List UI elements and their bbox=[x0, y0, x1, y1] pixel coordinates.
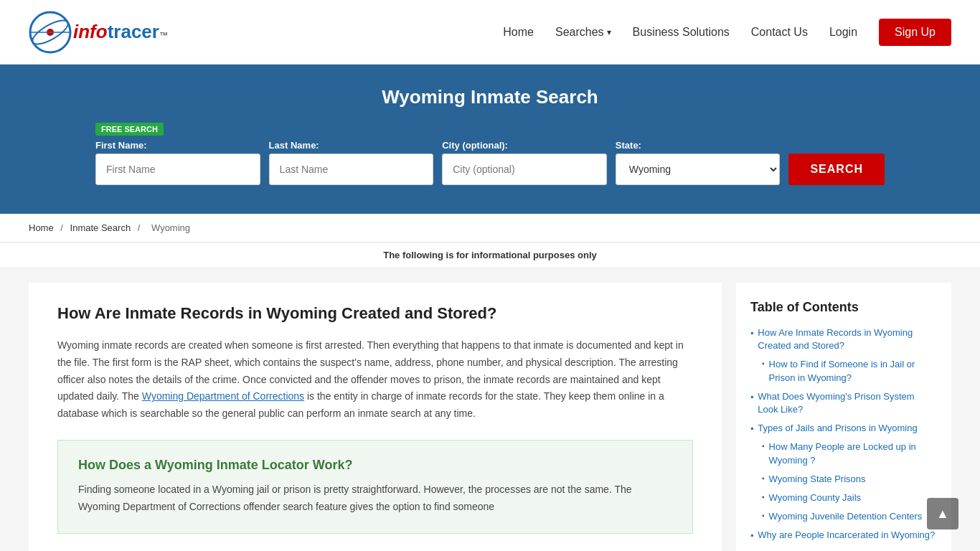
nav-home[interactable]: Home bbox=[503, 26, 534, 39]
breadcrumb-home[interactable]: Home bbox=[29, 222, 54, 233]
last-name-label: Last Name: bbox=[269, 140, 434, 151]
info-bar-text: The following is for informational purpo… bbox=[383, 250, 597, 260]
toc-sidebar: Table of Contents How Are Inmate Records… bbox=[736, 283, 951, 551]
scroll-top-icon: ▲ bbox=[936, 507, 949, 522]
city-input[interactable] bbox=[442, 154, 607, 185]
search-form: First Name: Last Name: City (optional): … bbox=[95, 140, 885, 185]
logo-tm: ™ bbox=[159, 30, 168, 40]
logo-icon bbox=[29, 11, 72, 54]
nav-login[interactable]: Login bbox=[829, 26, 857, 39]
breadcrumb-sep2: / bbox=[138, 222, 141, 233]
first-name-label: First Name: bbox=[95, 140, 260, 151]
green-box-heading: How Does a Wyoming Inmate Locator Work? bbox=[78, 458, 672, 473]
state-label: State: bbox=[616, 140, 781, 151]
logo-info-text: info bbox=[73, 21, 108, 43]
search-title: Wyoming Inmate Search bbox=[29, 86, 951, 108]
toc-link[interactable]: Why are People Incarcerated in Wyoming? bbox=[758, 529, 935, 542]
first-name-input[interactable] bbox=[95, 154, 260, 185]
toc-link[interactable]: How to Find if Someone is in Jail or Pri… bbox=[769, 358, 937, 384]
toc-item: Types of Jails and Prisons in Wyoming bbox=[750, 422, 937, 435]
breadcrumb-sep1: / bbox=[60, 222, 63, 233]
article-section: How Are Inmate Records in Wyoming Create… bbox=[29, 283, 722, 551]
toc-item: Wyoming County Jails bbox=[750, 491, 937, 504]
first-name-group: First Name: bbox=[95, 140, 260, 185]
last-name-group: Last Name: bbox=[269, 140, 434, 185]
free-search-badge: FREE SEARCH bbox=[95, 123, 164, 136]
header: info tracer ™ Home Searches Business Sol… bbox=[0, 0, 980, 65]
toc-item: How to Find if Someone is in Jail or Pri… bbox=[750, 358, 937, 384]
nav: Home Searches Business Solutions Contact… bbox=[503, 19, 951, 46]
nav-searches[interactable]: Searches bbox=[555, 26, 611, 39]
article-heading: How Are Inmate Records in Wyoming Create… bbox=[57, 304, 693, 323]
toc-link[interactable]: Wyoming County Jails bbox=[769, 491, 861, 504]
info-bar: The following is for informational purpo… bbox=[0, 242, 980, 268]
nav-business-solutions[interactable]: Business Solutions bbox=[633, 26, 730, 39]
toc-list: How Are Inmate Records in Wyoming Create… bbox=[750, 326, 937, 542]
city-label: City (optional): bbox=[442, 140, 607, 151]
toc-link[interactable]: How Are Inmate Records in Wyoming Create… bbox=[758, 326, 937, 352]
city-group: City (optional): bbox=[442, 140, 607, 185]
article-link[interactable]: Wyoming Department of Corrections bbox=[142, 390, 304, 402]
green-box-body: Finding someone located in a Wyoming jai… bbox=[78, 481, 672, 516]
article-body: Wyoming inmate records are created when … bbox=[57, 337, 693, 423]
last-name-input[interactable] bbox=[269, 154, 434, 185]
toc-item: How Are Inmate Records in Wyoming Create… bbox=[750, 326, 937, 352]
search-section: Wyoming Inmate Search FREE SEARCH First … bbox=[0, 65, 980, 214]
green-box: How Does a Wyoming Inmate Locator Work? … bbox=[57, 440, 693, 534]
toc-link[interactable]: How Many People are Locked up in Wyoming… bbox=[769, 441, 937, 466]
logo: info tracer ™ bbox=[29, 11, 168, 54]
toc-link[interactable]: Wyoming State Prisons bbox=[769, 473, 866, 486]
logo-tracer-text: tracer bbox=[108, 21, 159, 43]
toc-item: How Many People are Locked up in Wyoming… bbox=[750, 441, 937, 466]
toc-item: What Does Wyoming's Prison System Look L… bbox=[750, 390, 937, 416]
state-select[interactable]: WyomingAlabamaAlaskaArizonaArkansasCalif… bbox=[616, 154, 781, 185]
search-button[interactable]: SEARCH bbox=[788, 154, 885, 185]
nav-contact-us[interactable]: Contact Us bbox=[751, 26, 808, 39]
toc-item: Wyoming State Prisons bbox=[750, 473, 937, 486]
breadcrumb: Home / Inmate Search / Wyoming bbox=[0, 214, 980, 242]
nav-signup[interactable]: Sign Up bbox=[879, 19, 951, 46]
toc-link[interactable]: What Does Wyoming's Prison System Look L… bbox=[758, 390, 937, 416]
toc-link[interactable]: Wyoming Juvenile Detention Centers bbox=[769, 510, 923, 523]
state-group: State: WyomingAlabamaAlaskaArizonaArkans… bbox=[616, 140, 781, 185]
breadcrumb-inmate-search[interactable]: Inmate Search bbox=[70, 222, 131, 233]
toc-link[interactable]: Types of Jails and Prisons in Wyoming bbox=[758, 422, 917, 435]
main-content: How Are Inmate Records in Wyoming Create… bbox=[0, 268, 980, 551]
toc-item: Wyoming Juvenile Detention Centers bbox=[750, 510, 937, 523]
breadcrumb-wyoming: Wyoming bbox=[151, 222, 190, 233]
toc-heading: Table of Contents bbox=[750, 300, 937, 315]
toc-item: Why are People Incarcerated in Wyoming? bbox=[750, 529, 937, 542]
scroll-to-top[interactable]: ▲ bbox=[927, 498, 958, 529]
